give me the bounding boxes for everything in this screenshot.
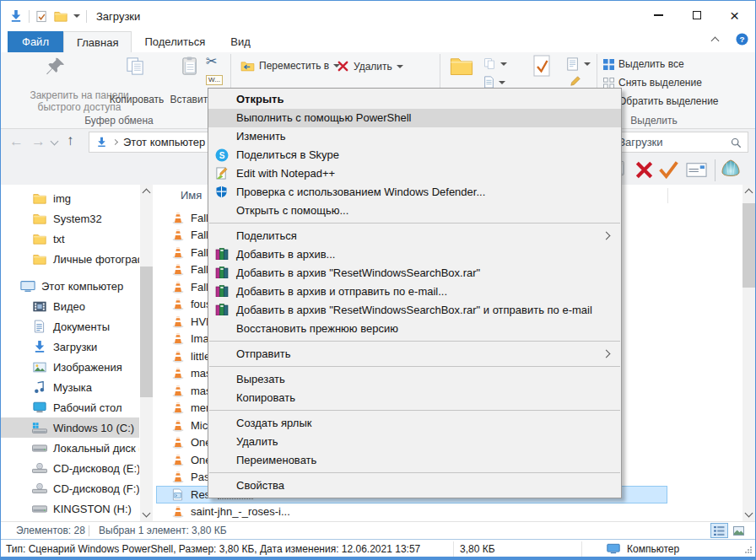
thumbnails-view-button[interactable] bbox=[730, 523, 748, 538]
scrollbar-thumb[interactable] bbox=[140, 267, 153, 397]
context-menu-item[interactable]: Восстановить прежнюю версию bbox=[208, 320, 621, 338]
breadcrumb[interactable]: Этот компьютер bbox=[123, 136, 205, 148]
context-menu-item[interactable]: Edit with Notepad++ bbox=[208, 164, 621, 183]
sidebar-item-kingston-h[interactable]: KINGSTON (H:) bbox=[1, 498, 139, 519]
cut-chip: W... bbox=[206, 75, 223, 85]
resize-grip[interactable] bbox=[743, 546, 753, 555]
sidebar-item-label: Этот компьютер bbox=[41, 280, 123, 293]
sidebar-item-pictures[interactable]: Изображения bbox=[1, 357, 139, 377]
tab-view[interactable]: Вид bbox=[218, 31, 263, 52]
scrollbar-thumb[interactable] bbox=[742, 203, 755, 288]
cut-scissors-icon[interactable]: ✂ bbox=[206, 53, 217, 69]
column-divider[interactable] bbox=[667, 188, 668, 203]
sidebar-item-video[interactable]: Видео bbox=[1, 296, 139, 316]
context-menu-item[interactable]: Добавить в архив и отправить по e-mail..… bbox=[208, 283, 621, 301]
pictures-icon bbox=[31, 362, 47, 373]
shell-tool-icon[interactable] bbox=[721, 159, 740, 176]
sidebar-item-img[interactable]: img bbox=[1, 188, 139, 208]
close-button[interactable]: × bbox=[716, 3, 753, 28]
mail-tool-icon[interactable] bbox=[686, 163, 707, 177]
delete-tool-icon[interactable] bbox=[635, 161, 653, 179]
recent-locations-icon[interactable] bbox=[51, 137, 59, 146]
properties-qat-icon[interactable] bbox=[35, 10, 48, 23]
context-menu-item[interactable]: Вырезать bbox=[208, 370, 621, 389]
help-icon[interactable]: ? bbox=[736, 33, 748, 46]
window-border bbox=[1, 557, 755, 559]
sidebar-scrollbar[interactable] bbox=[140, 185, 153, 521]
sidebar-item-music[interactable]: Музыка bbox=[1, 377, 139, 397]
download-arrow-icon bbox=[31, 340, 47, 353]
copy-icon[interactable] bbox=[125, 56, 146, 77]
new-folder-icon[interactable] bbox=[450, 57, 473, 76]
sidebar-item-desktop[interactable]: Рабочий стол bbox=[1, 397, 139, 417]
tab-share[interactable]: Поделиться bbox=[132, 31, 218, 52]
scroll-down-icon[interactable] bbox=[143, 509, 151, 518]
context-menu-item[interactable]: Добавить в архив "ResetWindowsSearchBox.… bbox=[208, 301, 621, 320]
edit-pencil-icon[interactable] bbox=[570, 75, 581, 87]
menu-separator bbox=[209, 366, 620, 367]
scroll-up-icon[interactable] bbox=[745, 189, 753, 197]
details-view-button[interactable] bbox=[710, 523, 728, 538]
context-menu-item-label: Изменить bbox=[236, 130, 286, 143]
history-button[interactable] bbox=[483, 76, 505, 89]
context-menu-item[interactable]: Копировать bbox=[208, 389, 621, 407]
sidebar-item-txt[interactable]: txt bbox=[1, 229, 139, 249]
commit-check-tool-icon[interactable] bbox=[659, 161, 678, 179]
context-menu-item[interactable]: SПоделиться в Skype bbox=[208, 146, 621, 164]
context-menu-item-label: Edit with Notepad++ bbox=[236, 167, 335, 180]
tab-home[interactable]: Главная bbox=[63, 31, 132, 52]
context-menu-item[interactable]: Поделиться bbox=[208, 227, 621, 245]
tab-file[interactable]: Файл bbox=[8, 31, 63, 52]
sidebar-item-personal-photos[interactable]: Личные фотографи bbox=[1, 249, 139, 269]
sidebar-item-this-pc[interactable]: Этот компьютер bbox=[1, 276, 139, 296]
context-menu-item[interactable]: Удалить bbox=[208, 433, 621, 451]
sidebar-item-cd-f[interactable]: CD-дисковод (F:) Sa bbox=[1, 478, 139, 498]
folder-icon bbox=[31, 234, 47, 245]
sidebar-item-cd-e[interactable]: CD-дисковод (E:) Sa bbox=[1, 458, 139, 478]
paste-icon[interactable] bbox=[180, 56, 201, 77]
sidebar-item-system32[interactable]: System32 bbox=[1, 208, 139, 229]
sidebar-item-local-disk-d[interactable]: Локальный диск (D bbox=[1, 438, 139, 458]
context-menu-item[interactable]: Проверка с использованием Windows Defend… bbox=[208, 183, 621, 202]
context-menu-item[interactable]: Открыть bbox=[208, 90, 621, 109]
open-button[interactable] bbox=[566, 57, 591, 72]
sidebar-item-documents[interactable]: Документы bbox=[1, 316, 139, 337]
qat-customize-caret-icon[interactable] bbox=[73, 14, 80, 18]
cd-icon bbox=[31, 463, 47, 473]
scroll-down-icon[interactable] bbox=[745, 509, 753, 518]
minimize-button[interactable] bbox=[640, 3, 678, 28]
pin-icon[interactable] bbox=[45, 57, 66, 78]
easy-access-button[interactable] bbox=[483, 57, 507, 70]
context-menu-item-label: Восстановить прежнюю версию bbox=[236, 322, 398, 335]
copy-button[interactable]: Копировать bbox=[105, 94, 168, 105]
context-menu-item[interactable]: Свойства bbox=[208, 477, 621, 495]
file-name: saint-jhn_-_roses-i... bbox=[191, 505, 290, 518]
context-menu-item[interactable]: Добавить в архив... bbox=[208, 245, 621, 264]
select-all-button[interactable]: Выделить все bbox=[603, 58, 684, 70]
forward-icon[interactable]: → bbox=[31, 134, 46, 148]
sidebar-item-windows10-c[interactable]: Windows 10 (C:) bbox=[1, 417, 139, 438]
context-menu-item[interactable]: Изменить bbox=[208, 127, 621, 146]
explorer-window: Загрузки × Файл Главная Поделиться Вид ?… bbox=[0, 0, 756, 560]
separator bbox=[581, 541, 582, 557]
file-row[interactable]: saint-jhn_-_roses-i... bbox=[156, 503, 667, 521]
scroll-up-icon[interactable] bbox=[143, 189, 151, 197]
context-menu-item[interactable]: Переименовать bbox=[208, 451, 621, 470]
up-icon[interactable]: ↑ bbox=[67, 133, 74, 148]
context-menu-item[interactable]: Отправить bbox=[208, 345, 621, 363]
back-icon[interactable]: ← bbox=[9, 134, 24, 148]
move-to-button[interactable]: Переместить в bbox=[240, 60, 340, 72]
search-icon[interactable] bbox=[731, 137, 742, 148]
sidebar-item-downloads[interactable]: Загрузки bbox=[1, 337, 139, 357]
new-folder-qat-icon[interactable] bbox=[54, 11, 68, 22]
context-menu-item[interactable]: Создать ярлык bbox=[208, 414, 621, 433]
properties-check-icon[interactable] bbox=[531, 54, 553, 78]
filelist-scrollbar[interactable] bbox=[742, 185, 755, 521]
winrar-icon bbox=[215, 285, 229, 299]
clear-selection-button[interactable]: Снять выделение bbox=[603, 77, 702, 89]
delete-button[interactable]: Удалить bbox=[337, 60, 403, 73]
maximize-button[interactable] bbox=[678, 3, 716, 28]
context-menu-item[interactable]: Открыть с помощью... bbox=[208, 202, 621, 220]
context-menu-item[interactable]: Выполнить с помощью PowerShell bbox=[208, 109, 621, 127]
context-menu-item[interactable]: Добавить в архив "ResetWindowsSearchBox.… bbox=[208, 264, 621, 283]
